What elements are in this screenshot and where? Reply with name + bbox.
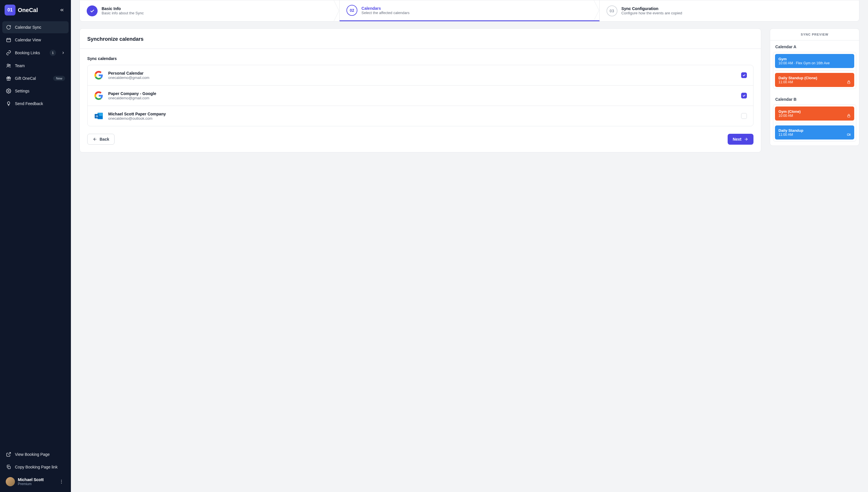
team-icon (6, 63, 11, 69)
preview-event: Gym 10:00 AM · Flex Gym on 16th Ave (775, 54, 854, 68)
nav-label: View Booking Page (15, 452, 50, 457)
nav-calendar-sync[interactable]: Calendar Sync (2, 21, 69, 33)
nav-feedback[interactable]: Send Feedback (2, 98, 69, 109)
card-title: Synchronize calendars (87, 36, 753, 42)
step-arrow-icon (334, 0, 340, 21)
calendar-name: Personal Calendar (108, 71, 149, 75)
card-footer: Back Next (80, 134, 761, 152)
step-title: Calendars (362, 6, 409, 10)
nav-copy-booking-link[interactable]: Copy Booking Page link (2, 461, 69, 473)
step-sync-config[interactable]: 03 Sync Configuration Configure how the … (600, 0, 859, 21)
step-arrow-icon (594, 0, 600, 20)
external-link-icon (6, 451, 11, 457)
svg-rect-15 (848, 82, 850, 83)
check-icon (87, 5, 98, 16)
google-icon (94, 70, 104, 80)
user-menu-button[interactable] (58, 478, 65, 485)
outlook-icon: O (94, 111, 104, 121)
main: Basic Info Basic info about the Sync 02 … (71, 0, 868, 492)
calendar-item[interactable]: O Michael Scott Paper Company onecaldemo… (88, 106, 753, 126)
preview-cal-a-title: Calendar A (770, 41, 859, 52)
badge-count: 1 (50, 50, 56, 56)
event-title: Gym (Clone) (778, 109, 851, 114)
event-time: 10:00 AM · Flex Gym on 16th Ave (778, 61, 851, 65)
calendar-item[interactable]: Personal Calendar onecaldemo@gmail.com (88, 65, 753, 85)
nav-gift[interactable]: Gift OneCal New (2, 72, 69, 84)
nav-label: Calendar Sync (15, 25, 41, 29)
svg-point-5 (8, 91, 9, 92)
preview-cal-b-events: Gym (Clone) 10:00 AM Daily Standup 11:00… (773, 104, 856, 142)
event-time: 11:00 AM (778, 132, 851, 137)
sync-icon (6, 24, 11, 30)
next-button[interactable]: Next (728, 134, 753, 145)
preview-cal-b-title: Calendar B (770, 93, 859, 104)
nav-booking-links[interactable]: Booking Links 1 (2, 47, 69, 59)
card-body: Sync calendars Personal Calendar onecald… (80, 49, 761, 134)
calendar-email: onecaldemo@gmail.com (108, 96, 156, 100)
event-time: 10:00 AM (778, 114, 851, 118)
lock-icon (847, 114, 851, 118)
button-label: Back (100, 137, 109, 142)
calendar-item[interactable]: Paper Company - Google onecaldemo@gmail.… (88, 85, 753, 106)
calendar-name: Paper Company - Google (108, 91, 156, 96)
preview-event: Daily Standup (Clone) 11:00 AM (775, 73, 854, 87)
calendar-checkbox[interactable] (741, 113, 747, 119)
sidebar-footer: View Booking Page Copy Booking Page link… (2, 448, 69, 487)
nav-label: Settings (15, 89, 30, 93)
nav-label: Booking Links (15, 51, 40, 55)
chevron-double-left-icon (59, 7, 65, 13)
svg-point-7 (61, 480, 62, 481)
chevron-right-icon (61, 51, 65, 55)
link-icon (6, 50, 11, 56)
calendar-email: onecaldemo@outlook.com (108, 116, 166, 121)
nav-label: Team (15, 64, 25, 68)
lightbulb-icon (6, 101, 11, 106)
step-basic-info[interactable]: Basic Info Basic info about the Sync (80, 0, 340, 21)
preview-event: Daily Standup 11:00 AM (775, 125, 854, 140)
svg-rect-16 (848, 115, 850, 117)
nav-settings[interactable]: Settings (2, 85, 69, 97)
sidebar-collapse-button[interactable] (58, 6, 66, 14)
logo-text: OneCal (18, 7, 38, 14)
logo-mark: 01 (5, 5, 16, 16)
calendar-icon (6, 37, 11, 43)
badge-new: New (53, 76, 65, 81)
logo[interactable]: 01 OneCal (5, 5, 38, 16)
sidebar: 01 OneCal Calendar Sync Calendar View Bo… (0, 0, 71, 492)
copy-icon (6, 464, 11, 470)
back-button[interactable]: Back (87, 134, 115, 145)
svg-point-2 (9, 65, 10, 66)
preview-cal-a-events: Gym 10:00 AM · Flex Gym on 16th Ave Dail… (773, 52, 856, 89)
nav-label: Calendar View (15, 38, 41, 42)
svg-point-9 (61, 483, 62, 484)
step-subtitle: Select the affected calendars (362, 10, 409, 15)
step-title: Basic Info (102, 6, 144, 11)
arrow-left-icon (93, 137, 97, 142)
dots-vertical-icon (59, 479, 64, 484)
button-label: Next (733, 137, 741, 142)
calendar-email: onecaldemo@gmail.com (108, 75, 149, 80)
step-calendars[interactable]: 02 Calendars Select the affected calenda… (340, 0, 599, 21)
nav-label: Copy Booking Page link (15, 465, 58, 469)
lock-icon (847, 80, 851, 84)
arrow-right-icon (744, 137, 748, 142)
nav-calendar-view[interactable]: Calendar View (2, 34, 69, 46)
nav-view-booking-page[interactable]: View Booking Page (2, 448, 69, 461)
user-plan: Premium (18, 482, 44, 486)
sync-preview: SYNC PREVIEW Calendar A Gym 10:00 AM · F… (770, 28, 860, 146)
nav-team[interactable]: Team (2, 60, 69, 72)
calendar-checkbox[interactable] (741, 72, 747, 78)
nav-label: Gift OneCal (15, 76, 36, 81)
nav-label: Send Feedback (15, 101, 43, 106)
primary-nav: Calendar Sync Calendar View Booking Link… (2, 21, 69, 109)
preview-event: Gym (Clone) 10:00 AM (775, 106, 854, 121)
calendar-checkbox[interactable] (741, 93, 747, 98)
user-name: Michael Scott (18, 477, 44, 482)
section-label: Sync calendars (87, 56, 753, 61)
svg-rect-17 (847, 134, 849, 136)
step-subtitle: Configure how the events are copied (621, 11, 682, 15)
step-number: 03 (606, 5, 617, 16)
gear-icon (6, 88, 11, 94)
card-header: Synchronize calendars (80, 29, 761, 49)
step-title: Sync Configuration (621, 6, 682, 11)
